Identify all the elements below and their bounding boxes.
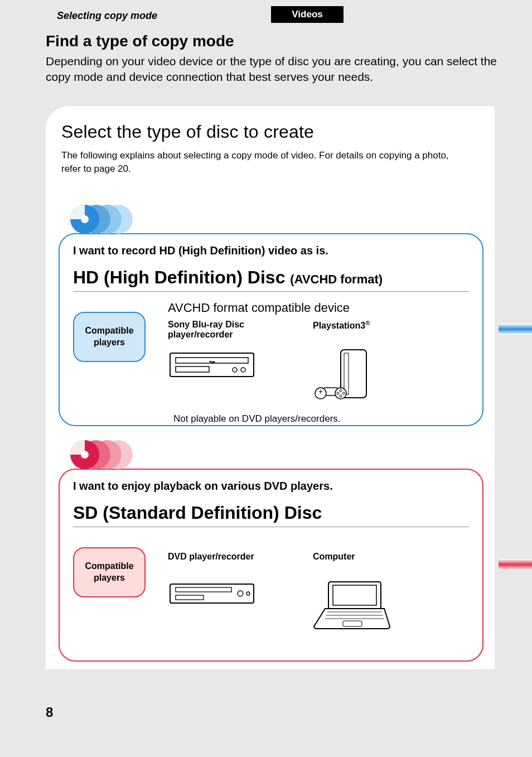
sd-want-line: I want to enjoy playback on various DVD … [73,480,469,493]
ps3-icon [313,348,424,406]
hd-footnote: Not playable on DVD players/recorders. [73,413,469,425]
edge-marker-blue [499,324,532,335]
registered-icon: ® [365,320,370,326]
panel-note: The following explains about selecting a… [46,147,495,176]
sd-title: SD (Standard Definition) Disc [73,503,469,527]
intro-body: Depending on your video device or the ty… [46,54,499,85]
svg-text:●▬: ●▬ [209,359,215,363]
dvd-player-icon [168,580,279,610]
edge-marker-red [499,559,532,570]
main-panel: Select the type of disc to create The fo… [46,106,495,669]
bluray-player-icon: ●▬ [168,348,279,383]
disc-stack-icon-blue [65,204,143,234]
svg-rect-25 [170,584,254,603]
sd-device2-label: Computer [313,552,424,574]
hd-devices-heading: AVCHD format compatible device [168,301,469,315]
laptop-icon [313,580,424,635]
hd-device2-base: Playstation3 [313,321,365,330]
svg-rect-34 [343,621,362,626]
breadcrumb: Selecting copy mode [57,10,157,22]
hd-want-line: I want to record HD (High Definition) vi… [73,244,469,257]
panel-title: Select the type of disc to create [46,106,495,147]
sd-card: I want to enjoy playback on various DVD … [59,469,483,662]
svg-rect-5 [170,353,254,377]
hd-card: I want to record HD (High Definition) vi… [59,233,483,426]
tab-videos: Videos [271,6,344,23]
hd-compatible-badge: Compatible players [73,312,146,362]
sd-device1-label: DVD player/recorder [168,552,279,574]
hd-device2-label: Playstation3® [313,320,424,342]
intro-title: Find a type of copy mode [46,32,499,50]
hd-title-sub: (AVCHD format) [290,272,383,286]
sd-title-main: SD (Standard Definition) Disc [73,503,322,523]
hd-title: HD (High Definition) Disc (AVCHD format) [73,267,469,292]
hd-device1-label: Sony Blu-ray Disc player/recorder [168,320,279,342]
hd-title-main: HD (High Definition) Disc [73,267,290,287]
page-number: 8 [46,705,53,720]
sd-compatible-badge: Compatible players [73,547,146,597]
disc-stack-icon-red [65,439,143,470]
svg-rect-30 [333,585,376,605]
